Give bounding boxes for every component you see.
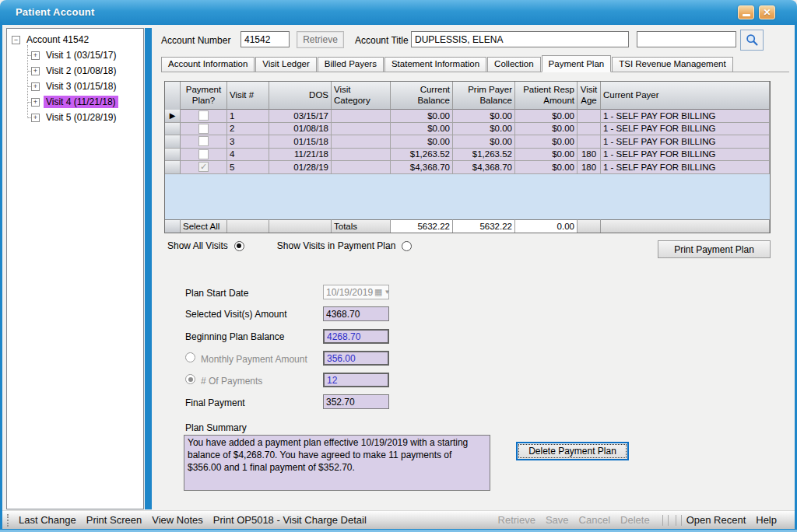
minimize-button[interactable] [738,5,754,19]
grid-row-selector[interactable] [165,161,181,174]
patient-account-window: Patient Account ✕ − Account 41542 +Visit… [0,0,797,532]
beginning-plan-balance-field[interactable] [323,329,389,344]
grid-cell-current-balance: $1,263.52 [391,149,453,162]
grid-row-selector[interactable] [165,123,181,136]
grid-cell-dos: 11/21/18 [269,149,332,162]
expand-icon[interactable]: + [31,114,40,122]
tree-item-label: Visit 2 (01/08/18) [44,65,119,77]
expand-icon[interactable]: + [31,98,40,107]
collapse-icon[interactable]: − [12,36,20,44]
tree-item-visit-2[interactable]: +Visit 2 (01/08/18) [16,63,142,79]
print-payment-plan-button[interactable]: Print Payment Plan [658,240,771,258]
statusbar-open-recent[interactable]: Open Recent [686,514,746,526]
radio-dot [237,243,241,248]
account-number-input[interactable] [241,31,290,47]
statusbar-separator [681,515,682,526]
expand-icon[interactable]: + [31,82,40,91]
prim-payer-total: 5632.22 [453,219,515,233]
payment-plan-checkbox[interactable] [198,124,209,134]
grid-row[interactable]: 201/08/18$0.00$0.00$0.001 - SELF PAY FOR… [165,123,770,136]
grid-column-header[interactable]: Current Balance [391,82,453,110]
grid-cell-visit-age: 180 [578,149,601,162]
tree-root-account[interactable]: − Account 41542 [12,32,142,47]
grid-column-header[interactable]: Visit # [227,82,269,110]
select-all-button[interactable]: Select All [181,219,227,233]
close-button[interactable]: ✕ [759,5,775,19]
show-all-visits-radio[interactable] [234,241,244,251]
patient-resp-total: 0.00 [515,219,578,233]
grid-cell-patient-resp-amount: $0.00 [515,110,578,123]
patient-search-input[interactable] [637,31,736,47]
search-button[interactable] [740,30,764,51]
grid-cell-dos: 01/28/19 [269,161,332,174]
payment-plan-checkbox[interactable] [198,149,209,159]
retrieve-button[interactable]: Retrieve [297,31,344,48]
row-pointer-icon: ▶ [170,112,176,120]
grid-row[interactable]: 411/21/18$1,263.52$1,263.52$0.001801 - S… [165,149,770,162]
grid-row-selector[interactable] [165,135,181,149]
payment-plan-checkbox[interactable] [198,110,209,121]
tab-account-information[interactable]: Account Information [161,57,255,72]
delete-payment-plan-button[interactable]: Delete Payment Plan [516,442,629,460]
grid-column-header[interactable]: Current Payer [601,82,770,110]
footer-empty-cell [601,219,770,233]
grid-cell-visit-category [332,161,391,174]
grid-column-header[interactable]: DOS [269,82,332,110]
tab-collection[interactable]: Collection [487,57,541,72]
statusbar-print-screen[interactable]: Print Screen [86,514,142,526]
grid-row-selector[interactable]: ▶ [165,110,181,123]
account-title-input[interactable] [411,31,629,47]
tree-item-visit-1[interactable]: +Visit 1 (03/15/17) [16,47,142,63]
expand-icon[interactable]: + [31,67,40,75]
tab-payment-plan[interactable]: Payment Plan [542,55,612,72]
grid-column-header[interactable]: Visit Age [578,82,601,110]
grid-column-header[interactable]: Prim Payer Balance [453,82,515,110]
grid-cell-patient-resp-amount: $0.00 [515,123,578,136]
grid-cell-visit-category [332,135,391,149]
grid-cell-dos: 01/08/18 [269,123,332,136]
tree-item-visit-4[interactable]: +Visit 4 (11/21/18) [16,94,142,110]
minimize-icon [743,14,750,16]
grid-cell-current-balance: $4,368.70 [391,161,453,174]
grid-column-header[interactable]: Payment Plan? [181,82,227,110]
plan-summary-text: You have added a payment plan effective … [184,435,490,491]
grid-row[interactable]: ▶103/15/17$0.00$0.00$0.001 - SELF PAY FO… [165,110,770,123]
grid-column-header[interactable]: Patient Resp Amount [515,82,578,110]
panel-splitter[interactable] [145,28,152,509]
footer-empty-cell [578,219,601,233]
show-visits-in-plan-radio[interactable] [402,241,412,251]
grid-cell-prim-payer-balance: $4,368.70 [453,161,515,174]
statusbar-last-change[interactable]: Last Change [19,514,76,526]
current-balance-total: 5632.22 [391,219,453,233]
grid-row[interactable]: ✓501/28/19$4,368.70$4,368.70$0.001801 - … [165,161,770,174]
tree-item-visit-5[interactable]: +Visit 5 (01/28/19) [16,110,142,125]
statusbar: Last ChangePrint ScreenView NotesPrint O… [2,510,795,529]
grid-row-selector[interactable] [165,149,181,162]
tree-item-label: Visit 5 (01/28/19) [44,111,119,124]
payment-plan-checkbox[interactable] [198,136,209,146]
grid-row[interactable]: 301/15/18$0.00$0.00$0.001 - SELF PAY FOR… [165,135,770,149]
grid-column-header[interactable]: Visit Category [332,82,391,110]
tab-billed-payers[interactable]: Billed Payers [318,57,384,72]
tab-tsi-revenue-management[interactable]: TSI Revenue Management [612,57,732,72]
tree-item-visit-3[interactable]: +Visit 3 (01/15/18) [16,79,142,94]
grid-cell-prim-payer-balance: $0.00 [453,135,515,149]
plan-start-date-label: Plan Start Date [185,288,248,299]
account-tree-panel: − Account 41542 +Visit 1 (03/15/17)+Visi… [6,28,144,509]
statusbar-view-notes[interactable]: View Notes [152,514,203,526]
chevron-down-icon: ▼ [384,289,390,296]
beginning-plan-balance-label: Beginning Plan Balance [185,331,284,342]
tab-visit-ledger[interactable]: Visit Ledger [255,57,317,72]
grid-cell-visit-num: 1 [227,110,269,123]
titlebar: Patient Account ✕ [0,0,797,25]
num-payments-field[interactable] [323,373,389,387]
monthly-payment-radio [185,352,195,362]
expand-icon[interactable]: + [31,51,40,60]
grid-cell-current-balance: $0.00 [391,135,453,149]
plan-start-date-value: 10/19/2019 [326,287,373,298]
tab-statement-information[interactable]: Statement Information [384,57,486,72]
window-frame-left [0,22,2,532]
statusbar-help[interactable]: Help [756,514,777,526]
statusbar-print-op5018-visit-charge-detail[interactable]: Print OP5018 - Visit Charge Detail [213,514,367,526]
monthly-payment-field[interactable] [323,351,389,366]
